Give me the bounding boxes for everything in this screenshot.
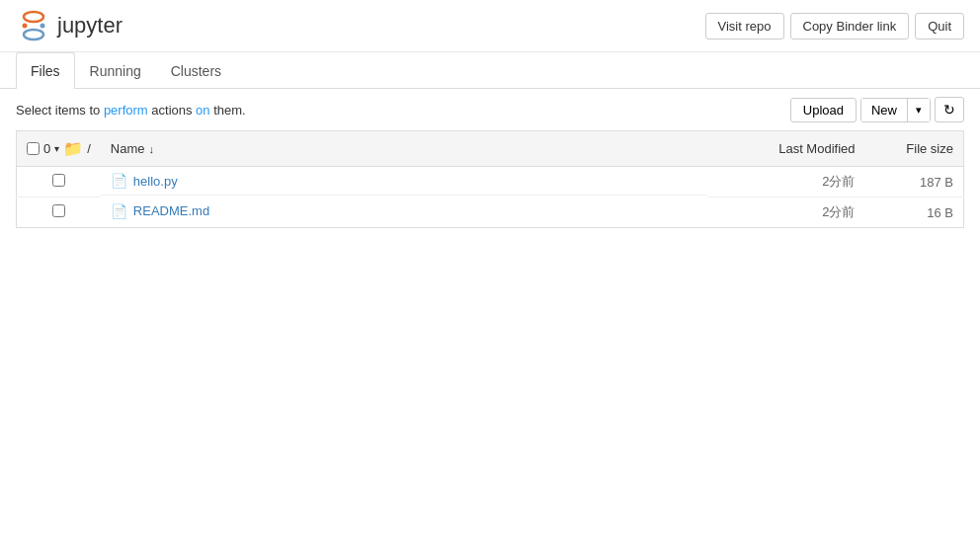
tabs-bar: Files Running Clusters xyxy=(0,52,980,89)
table-row: 📄hello.py2分前187 B xyxy=(17,167,964,198)
message-pre: Select items to xyxy=(16,103,104,118)
current-folder-label: / xyxy=(87,141,91,156)
table-header-row: 0 ▾ 📁 / Name ↓ Last Modified Fil xyxy=(17,131,964,167)
message-highlight2: on xyxy=(196,103,209,118)
toolbar-right: Upload New ▾ ↻ xyxy=(790,97,964,122)
col-size-header[interactable]: File size xyxy=(865,131,964,167)
message-mid: actions xyxy=(148,103,196,118)
svg-point-2 xyxy=(23,24,28,29)
svg-point-0 xyxy=(24,12,43,22)
tab-running[interactable]: Running xyxy=(75,52,156,89)
message-post: them. xyxy=(210,103,246,118)
upload-button[interactable]: Upload xyxy=(790,98,857,122)
folder-icon: 📁 xyxy=(63,139,83,158)
tab-clusters[interactable]: Clusters xyxy=(156,52,236,89)
file-link[interactable]: README.md xyxy=(133,203,209,218)
table-row: 📄README.md2分前16 B xyxy=(17,198,964,228)
select-all-checkbox[interactable] xyxy=(27,142,40,155)
message-highlight1: perform xyxy=(104,103,148,118)
header: jupyter Visit repo Copy Binder link Quit xyxy=(0,0,980,52)
file-name-cell: 📄README.md xyxy=(101,198,707,225)
copy-binder-button[interactable]: Copy Binder link xyxy=(790,13,910,40)
name-sort-control[interactable]: Name ↓ xyxy=(111,141,697,156)
row-checkbox[interactable] xyxy=(52,174,65,187)
logo-text: jupyter xyxy=(57,13,122,39)
file-table-body: 📄hello.py2分前187 B📄README.md2分前16 B xyxy=(17,167,964,228)
sort-desc-icon: ↓ xyxy=(149,143,155,155)
file-link[interactable]: hello.py xyxy=(133,174,178,189)
file-size: 16 B xyxy=(865,198,964,228)
file-table-wrapper: 0 ▾ 📁 / Name ↓ Last Modified Fil xyxy=(0,130,980,228)
svg-point-1 xyxy=(24,30,43,40)
svg-point-3 xyxy=(41,24,45,29)
new-button-group: New ▾ xyxy=(860,98,931,122)
refresh-button[interactable]: ↻ xyxy=(935,97,964,122)
dropdown-caret-icon: ▾ xyxy=(916,104,922,116)
file-icon: 📄 xyxy=(111,203,127,219)
visit-repo-button[interactable]: Visit repo xyxy=(705,13,784,40)
file-modified: 2分前 xyxy=(707,167,865,198)
item-counter: 0 xyxy=(43,141,50,156)
row-checkbox[interactable] xyxy=(52,204,65,217)
tab-files[interactable]: Files xyxy=(16,52,75,89)
file-name-cell: 📄hello.py xyxy=(101,167,707,196)
name-col-label: Name xyxy=(111,141,145,156)
header-checkbox-cell: 0 ▾ 📁 / xyxy=(17,131,101,167)
file-size: 187 B xyxy=(865,167,964,198)
toolbar-message: Select items to perform actions on them. xyxy=(16,103,246,118)
counter-dropdown-icon[interactable]: ▾ xyxy=(54,143,59,154)
quit-button[interactable]: Quit xyxy=(915,13,964,40)
file-modified: 2分前 xyxy=(707,198,865,228)
size-col-label: File size xyxy=(906,141,953,156)
new-button[interactable]: New xyxy=(861,99,908,121)
col-name-header[interactable]: Name ↓ xyxy=(101,131,707,167)
file-table: 0 ▾ 📁 / Name ↓ Last Modified Fil xyxy=(16,130,964,228)
header-buttons: Visit repo Copy Binder link Quit xyxy=(705,13,964,40)
col-modified-header[interactable]: Last Modified xyxy=(707,131,865,167)
new-dropdown-button[interactable]: ▾ xyxy=(908,99,930,121)
modified-col-label: Last Modified xyxy=(778,141,855,156)
logo-area: jupyter xyxy=(16,8,122,43)
jupyter-logo-icon xyxy=(16,8,51,43)
toolbar: Select items to perform actions on them.… xyxy=(0,89,980,130)
file-icon: 📄 xyxy=(111,173,127,189)
